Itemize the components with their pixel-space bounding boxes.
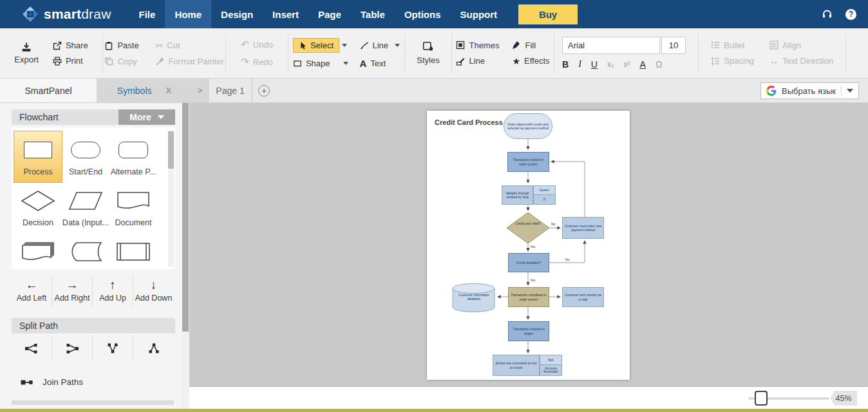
flow-node-transaction-completed[interactable]: Transaction completed in order system: [508, 287, 549, 307]
tab-overflow-button[interactable]: >: [192, 79, 209, 102]
shape-panel-scrollbar-thumb[interactable]: [168, 131, 174, 169]
select-dropdown-caret[interactable]: [342, 44, 347, 47]
arrow-right-icon: →: [66, 279, 79, 291]
special-character-button[interactable]: Ω: [656, 59, 662, 70]
sidebar-horizontal-scrollbar[interactable]: [12, 400, 174, 405]
menu-home[interactable]: Home: [165, 0, 211, 28]
add-down-button[interactable]: ↓ Add Down: [133, 276, 174, 306]
flow-node-entries-reconciled[interactable]: Entries are reconciled at end of month: [493, 355, 540, 376]
flowchart-section-header: Flowchart More: [12, 109, 175, 125]
entries-owner-table[interactable]: Bob Accounts Receivable: [540, 355, 562, 376]
menu-options[interactable]: Options: [395, 0, 451, 28]
validate-owner-table[interactable]: System IT: [533, 185, 556, 205]
shape-predefined-process[interactable]: [109, 233, 157, 269]
flow-node-customer-database[interactable]: Customer information database: [454, 293, 494, 301]
font-name-input[interactable]: [562, 37, 660, 54]
menu-insert[interactable]: Insert: [263, 0, 308, 28]
split-up-button[interactable]: [133, 336, 174, 360]
split-left-button[interactable]: [52, 336, 93, 360]
select-tool-button[interactable]: Select: [293, 38, 339, 53]
split-down-button[interactable]: [93, 336, 133, 360]
copy-button[interactable]: Copy: [104, 57, 138, 66]
share-button[interactable]: Share: [53, 41, 88, 50]
buy-button[interactable]: Buy: [518, 5, 578, 24]
tab-symbols[interactable]: Symbols X: [97, 79, 192, 102]
superscript-button[interactable]: x²: [624, 60, 630, 69]
text-direction-button[interactable]: ↔ Text Direction: [769, 56, 833, 66]
shape-dropdown-caret[interactable]: [343, 62, 348, 65]
menu-file[interactable]: File: [129, 0, 165, 28]
shape-process[interactable]: Process: [14, 131, 62, 182]
print-button[interactable]: Print: [53, 56, 88, 66]
language-selector[interactable]: Выбрать язык: [760, 82, 859, 99]
workspace-scrollbar-thumb[interactable]: [182, 103, 189, 332]
underline-button[interactable]: U: [591, 59, 598, 70]
shape-multi-document[interactable]: [14, 233, 62, 269]
split-right-button[interactable]: [12, 336, 52, 360]
menu-support[interactable]: Support: [451, 0, 507, 28]
undo-button[interactable]: ↶ Undo: [241, 39, 273, 50]
bold-button[interactable]: B: [562, 59, 569, 70]
styles-button[interactable]: Styles: [417, 41, 439, 65]
shape-tool-button[interactable]: Shape: [293, 59, 348, 68]
tab-smartpanel[interactable]: SmartPanel: [0, 79, 97, 102]
shape-document[interactable]: Document: [109, 182, 157, 233]
shape-data-input[interactable]: Data (Input...: [62, 182, 109, 233]
shape-decision[interactable]: Decision: [14, 182, 62, 233]
flow-node-credit-card-valid[interactable]: Credit card valid?: [507, 221, 549, 225]
add-right-button[interactable]: → Add Right: [52, 276, 93, 306]
spacing-button[interactable]: Spacing: [711, 56, 754, 66]
add-up-button[interactable]: ↑ Add Up: [93, 276, 133, 306]
paste-button[interactable]: Paste: [104, 41, 138, 50]
process-shape-icon: [24, 138, 52, 162]
shape-icon: [293, 59, 302, 68]
more-shapes-button[interactable]: More: [118, 109, 175, 125]
support-headset-icon[interactable]: [822, 9, 833, 19]
flow-node-validate[interactable]: Validate through Verified by Visa: [502, 185, 533, 205]
themes-button[interactable]: Themes: [456, 41, 499, 50]
bullet-button[interactable]: Bullet: [711, 41, 754, 50]
redo-button[interactable]: ↷ Redo: [241, 56, 273, 68]
cut-button[interactable]: ✂ Cut: [156, 41, 224, 51]
smartdraw-logo[interactable]: smartdraw: [0, 6, 129, 23]
workspace-vertical-scrollbar[interactable]: [182, 103, 189, 409]
align-button[interactable]: Align: [769, 41, 833, 50]
shape-stored-data[interactable]: [62, 233, 109, 269]
smartdraw-logo-icon: [22, 6, 39, 23]
export-button[interactable]: Export: [14, 42, 39, 64]
font-color-button[interactable]: A: [640, 59, 646, 70]
line-dropdown-caret[interactable]: [395, 44, 400, 47]
format-painter-button[interactable]: Format Painter: [156, 57, 224, 66]
zoom-slider-handle[interactable]: [755, 391, 768, 406]
font-size-input[interactable]: [661, 37, 686, 54]
italic-button[interactable]: I: [578, 59, 581, 70]
line-style-button[interactable]: Line: [456, 56, 499, 66]
shape-start-end[interactable]: Start/End: [62, 131, 109, 182]
menu-page[interactable]: Page: [308, 0, 351, 28]
join-paths-button[interactable]: Join Paths: [21, 377, 182, 387]
line-tool-button[interactable]: Line: [360, 41, 401, 50]
language-dropdown-caret[interactable]: [847, 89, 853, 93]
drawing-canvas[interactable]: Credit Card Process: [189, 103, 868, 386]
fill-button[interactable]: Fill: [512, 41, 549, 50]
help-icon[interactable]: ?: [845, 9, 856, 20]
flow-node-ledger[interactable]: Transaction entered in ledger: [508, 321, 549, 341]
tab-page-1[interactable]: Page 1: [209, 79, 252, 102]
arrow-down-icon: ↓: [151, 279, 157, 291]
text-tool-button[interactable]: A Text: [360, 58, 401, 69]
flow-node-funds-available[interactable]: Funds Available?: [508, 253, 549, 272]
shape-panel-scrollbar[interactable]: [168, 130, 174, 267]
flow-node-transaction-started[interactable]: Transaction started in order system: [507, 152, 549, 172]
menu-design[interactable]: Design: [211, 0, 263, 28]
add-left-button[interactable]: ← Add Left: [12, 276, 52, 306]
flow-node-receipt[interactable]: Customer sent receipt via e-mail: [562, 287, 604, 307]
flow-node-start[interactable]: Order placed with credit card selected a…: [504, 113, 552, 139]
close-symbols-icon[interactable]: X: [166, 86, 172, 95]
shape-alternate-process[interactable]: Alternate P...: [109, 131, 157, 182]
effects-button[interactable]: ★ Effects: [512, 56, 549, 66]
menu-table[interactable]: Table: [351, 0, 395, 28]
subscript-button[interactable]: x₂: [607, 60, 614, 69]
flow-node-new-payment[interactable]: Customer must enter new payment method: [562, 217, 604, 239]
add-page-button[interactable]: +: [252, 79, 276, 102]
document-page[interactable]: Credit Card Process: [427, 111, 630, 380]
